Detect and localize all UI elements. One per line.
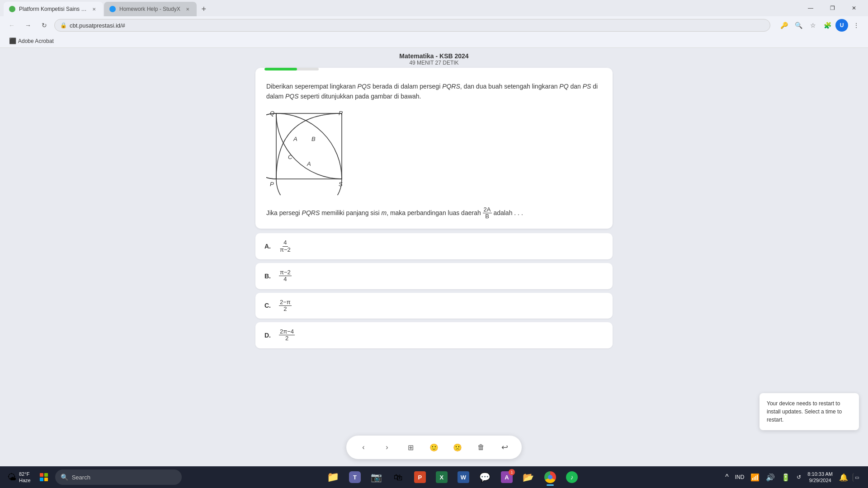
option-C[interactable]: C. 2−π 2: [255, 293, 613, 319]
progress-bar-fill: [264, 68, 297, 70]
back-button[interactable]: ←: [5, 19, 18, 32]
window-controls: — ❐ ✕: [800, 0, 864, 16]
weather-info: 82°F Haze: [19, 471, 31, 484]
windows-logo: [40, 473, 48, 481]
notification-popup: Your device needs to restart to install …: [760, 393, 859, 430]
taskbar-app-badge[interactable]: A 1: [497, 467, 517, 487]
option-C-label: C.: [264, 302, 274, 309]
option-D-fraction: 2π−4 2: [279, 328, 295, 342]
option-A[interactable]: A. 4 π−2: [255, 233, 613, 259]
nav-bar: ← → ↻ 🔒 cbt.pusatprestasi.id/# 🔑 🔍 ☆ 🧩 U…: [0, 16, 868, 34]
start-button[interactable]: [34, 468, 53, 487]
fraction-2A-over-B: 2AB: [483, 206, 492, 220]
address-bar[interactable]: 🔒 cbt.pusatprestasi.id/#: [54, 19, 770, 32]
grid-button[interactable]: ⊞: [402, 439, 419, 455]
tray-locale[interactable]: IND: [733, 472, 746, 482]
maximize-button[interactable]: ❐: [822, 0, 843, 16]
minimize-button[interactable]: —: [800, 0, 821, 16]
label-Q: Q: [270, 110, 274, 117]
taskbar-search[interactable]: 🔍 Search: [55, 469, 182, 485]
close-button[interactable]: ✕: [844, 0, 864, 16]
tray-notification[interactable]: 🔔: [837, 471, 850, 483]
tray-volume[interactable]: 🔊: [764, 471, 777, 483]
q-text-6: seperti ditunjukkan pada gambar di bawah…: [299, 93, 421, 100]
logo-cell-b: [40, 478, 43, 481]
taskbar-app-excel[interactable]: X: [432, 467, 452, 487]
menu-icon[interactable]: ⋮: [850, 19, 863, 32]
q-italic-5: PQS: [285, 93, 299, 100]
taskbar-app-word[interactable]: W: [453, 467, 473, 487]
q-text-9: , maka perbandingan luas daerah: [387, 209, 482, 216]
option-D-den: 2: [284, 335, 289, 342]
tray-update[interactable]: ↺: [795, 472, 803, 482]
word-icon: W: [458, 471, 469, 483]
question-card: Diberikan seperempat lingkaran PQS berad…: [255, 68, 613, 229]
tray-show-desktop[interactable]: ▭: [853, 473, 861, 482]
bookmark-adobe[interactable]: ⬛ Adobe Acrobat: [5, 37, 57, 45]
excel-icon: X: [436, 471, 448, 483]
address-text: cbt.pusatprestasi.id/#: [70, 22, 125, 29]
option-B-den: 4: [283, 276, 288, 282]
tab-studyx[interactable]: Homework Help - StudyX ✕: [104, 2, 197, 16]
tab-favicon-1: [9, 6, 15, 12]
taskbar: 🌤 82°F Haze 🔍 Search 📁 T 📷 🛍: [0, 466, 868, 488]
taskbar-app-whatsapp[interactable]: 💬: [475, 467, 495, 487]
reload-button[interactable]: ↻: [38, 19, 51, 32]
option-D[interactable]: D. 2π−4 2: [255, 322, 613, 348]
weather-widget[interactable]: 🌤 82°F Haze: [4, 470, 34, 485]
taskbar-app-chrome[interactable]: [540, 467, 560, 487]
q-text-3: , dan dua buah setengah lingkaran: [460, 83, 560, 90]
option-B[interactable]: B. π−2 4: [255, 263, 613, 289]
label-A-top: A: [293, 136, 297, 142]
taskbar-app-teams[interactable]: T: [345, 467, 365, 487]
taskbar-app-file-manager[interactable]: 📂: [519, 467, 538, 487]
option-A-fraction: 4 π−2: [279, 239, 292, 253]
logo-cell-y: [44, 478, 48, 481]
tray-wifi[interactable]: 📶: [749, 471, 761, 483]
tab-label-1: Platform Kompetisi Sains terbe...: [19, 6, 87, 12]
q-italic-6: PQRS: [302, 209, 320, 216]
zoom-icon[interactable]: 🔍: [792, 19, 805, 32]
weather-condition: Haze: [19, 477, 31, 483]
taskbar-app-file-explorer[interactable]: 📁: [323, 467, 343, 487]
option-B-fraction: π−2 4: [279, 269, 292, 283]
tray-battery[interactable]: 🔋: [779, 471, 792, 483]
label-B: B: [311, 136, 316, 142]
question-text-2: Jika persegi PQRS memiliki panjang sisi …: [266, 206, 602, 220]
taskbar-app-camera[interactable]: 📷: [367, 467, 387, 487]
next-button[interactable]: ›: [379, 439, 395, 455]
favorite-icon[interactable]: ☆: [807, 19, 819, 32]
powerpoint-icon: P: [414, 471, 426, 483]
prev-button[interactable]: ‹: [355, 439, 372, 455]
clock-display[interactable]: 8:10:33 AM 9/29/2024: [806, 470, 835, 485]
taskbar-app-store[interactable]: 🛍: [388, 467, 408, 487]
option-B-num: π−2: [279, 269, 292, 276]
delete-button[interactable]: 🗑: [473, 439, 489, 455]
option-B-label: B.: [264, 272, 274, 280]
tray-chevron[interactable]: ^: [723, 471, 731, 483]
option-A-den: π−2: [279, 247, 292, 253]
option-A-label: A.: [264, 243, 274, 250]
spotify-icon: ♪: [566, 471, 578, 483]
app-notification-badge: 1: [509, 469, 515, 475]
exit-button[interactable]: ↩: [496, 439, 513, 455]
profile-icon[interactable]: U: [835, 19, 848, 32]
password-icon[interactable]: 🔑: [778, 19, 790, 32]
store-icon: 🛍: [392, 471, 404, 483]
tab-close-2[interactable]: ✕: [184, 5, 191, 13]
tab-platform[interactable]: Platform Kompetisi Sains terbe... ✕: [4, 2, 103, 16]
q-italic-1: PQS: [358, 83, 371, 90]
diagram-container: A B C A Q R P S: [266, 107, 350, 195]
extension-icon[interactable]: 🧩: [821, 19, 834, 32]
q-text-8: memiliki panjang sisi: [320, 209, 381, 216]
taskbar-app-spotify[interactable]: ♪: [562, 467, 582, 487]
taskbar-app-powerpoint[interactable]: P: [410, 467, 430, 487]
tab-close-1[interactable]: ✕: [90, 5, 98, 13]
happy-button[interactable]: 🙂: [426, 439, 442, 455]
tab-favicon-2: [109, 6, 116, 12]
forward-button[interactable]: →: [22, 19, 34, 32]
sad-button[interactable]: 🙁: [449, 439, 466, 455]
new-tab-button[interactable]: +: [198, 3, 210, 15]
label-S: S: [339, 181, 343, 188]
option-A-num: 4: [283, 239, 288, 246]
